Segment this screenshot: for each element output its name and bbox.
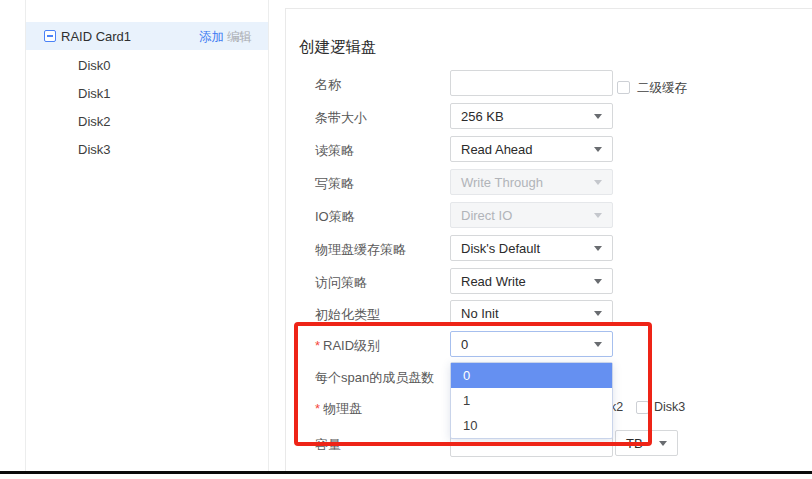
- raid-level-option-0[interactable]: 0: [451, 363, 612, 388]
- stripe-size-value: 256 KB: [461, 109, 504, 124]
- init-type-select[interactable]: No Init: [450, 300, 613, 326]
- io-policy-value: Direct IO: [461, 208, 512, 223]
- stripe-size-select[interactable]: 256 KB: [450, 103, 613, 129]
- disk-cache-policy-select[interactable]: Disk's Default: [450, 235, 613, 261]
- disk-cache-policy-label: 物理盘缓存策略: [315, 241, 406, 259]
- init-type-value: No Init: [461, 306, 499, 321]
- physical-disks-label: *物理盘: [315, 400, 362, 418]
- edit-link[interactable]: 编辑: [227, 29, 252, 46]
- required-asterisk: *: [315, 338, 320, 353]
- access-policy-select[interactable]: Read Write: [450, 268, 613, 294]
- stripe-size-label: 条带大小: [315, 109, 367, 127]
- page-title: 创建逻辑盘: [299, 37, 377, 58]
- sidebar-item-disk2[interactable]: Disk2: [78, 114, 111, 129]
- minus-glyph: [47, 35, 53, 37]
- chevron-down-icon: [594, 213, 602, 218]
- read-policy-label: 读策略: [315, 142, 354, 160]
- access-policy-value: Read Write: [461, 274, 526, 289]
- secondary-cache-checkbox[interactable]: [617, 81, 630, 94]
- sidebar-item-disk0[interactable]: Disk0: [78, 58, 111, 73]
- chevron-down-icon: [659, 441, 667, 446]
- sidebar-item-disk3[interactable]: Disk3: [78, 142, 111, 157]
- name-input[interactable]: [450, 70, 613, 96]
- init-type-label: 初始化类型: [315, 306, 380, 324]
- read-policy-value: Read Ahead: [461, 142, 533, 157]
- raid-config-page: RAID Card1 添加 编辑 Disk0 Disk1 Disk2 Disk3…: [0, 0, 812, 479]
- chevron-down-icon: [594, 342, 602, 347]
- chevron-down-icon: [594, 180, 602, 185]
- collapse-minus-icon[interactable]: [44, 30, 56, 42]
- read-policy-select[interactable]: Read Ahead: [450, 136, 613, 162]
- capacity-label: 容量: [315, 436, 341, 454]
- io-policy-label: IO策略: [315, 208, 355, 226]
- raid-level-value: 0: [461, 337, 468, 352]
- raid-level-option-10[interactable]: 10: [451, 413, 612, 438]
- capacity-unit-value: TB: [626, 436, 643, 451]
- disk3-checkbox-label: Disk3: [654, 400, 685, 414]
- raid-level-label: *RAID级别: [315, 337, 380, 355]
- main-card-left-border: [285, 8, 286, 471]
- disk-cache-policy-value: Disk's Default: [461, 241, 540, 256]
- chevron-down-icon: [594, 114, 602, 119]
- chevron-down-icon: [594, 311, 602, 316]
- raid-level-option-1[interactable]: 1: [451, 388, 612, 413]
- bottom-black-rule: [0, 471, 812, 474]
- raid-level-select[interactable]: 0: [450, 331, 613, 357]
- span-members-label: 每个span的成员盘数: [315, 369, 434, 387]
- chevron-down-icon: [594, 279, 602, 284]
- secondary-cache-label: 二级缓存: [637, 80, 687, 97]
- name-input-field[interactable]: [461, 76, 602, 91]
- chevron-down-icon: [594, 147, 602, 152]
- name-label: 名称: [315, 76, 341, 94]
- chevron-down-icon: [594, 246, 602, 251]
- capacity-unit-select[interactable]: TB: [615, 430, 678, 456]
- access-policy-label: 访问策略: [315, 274, 367, 292]
- add-link[interactable]: 添加: [199, 29, 224, 46]
- raid-level-dropdown-list: 0 1 10: [450, 362, 613, 439]
- raid-card-label: RAID Card1: [61, 29, 131, 44]
- disk3-checkbox[interactable]: [636, 401, 649, 414]
- sidebar-left-border: [25, 0, 26, 471]
- write-policy-select: Write Through: [450, 169, 613, 195]
- write-policy-value: Write Through: [461, 175, 543, 190]
- required-asterisk: *: [315, 401, 320, 416]
- main-card-top-border: [285, 8, 812, 9]
- sidebar-right-border: [268, 0, 269, 471]
- io-policy-select: Direct IO: [450, 202, 613, 228]
- write-policy-label: 写策略: [315, 175, 354, 193]
- sidebar-item-disk1[interactable]: Disk1: [78, 86, 111, 101]
